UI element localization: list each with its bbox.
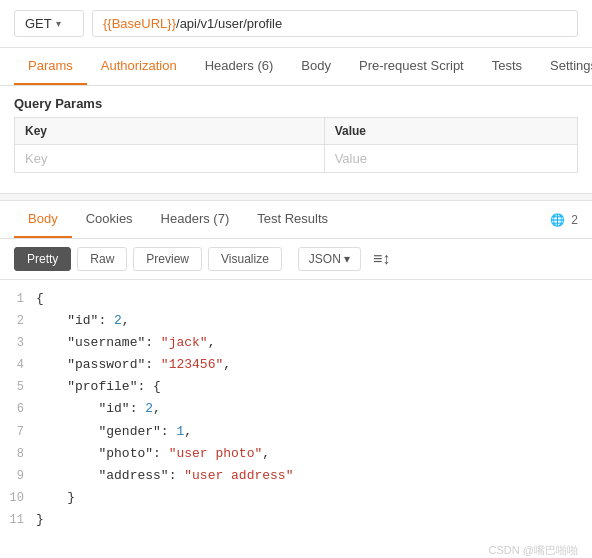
tab-tests[interactable]: Tests bbox=[478, 48, 536, 85]
code-line-5: 5 "profile": { bbox=[0, 376, 592, 398]
tab-pre-request[interactable]: Pre-request Script bbox=[345, 48, 478, 85]
col-key: Key bbox=[15, 118, 325, 145]
format-visualize-btn[interactable]: Visualize bbox=[208, 247, 282, 271]
format-pretty-btn[interactable]: Pretty bbox=[14, 247, 71, 271]
method-select[interactable]: GET ▾ bbox=[14, 10, 84, 37]
code-line-8: 8 "photo": "user photo", bbox=[0, 443, 592, 465]
response-tabs: Body Cookies Headers (7) Test Results 🌐 … bbox=[0, 201, 592, 239]
code-line-7: 7 "gender": 1, bbox=[0, 421, 592, 443]
url-path: /api/v1/user/profile bbox=[176, 16, 282, 31]
tab-body[interactable]: Body bbox=[287, 48, 345, 85]
url-input[interactable]: {{BaseURL}}/api/v1/user/profile bbox=[92, 10, 578, 37]
response-tab-headers[interactable]: Headers (7) bbox=[147, 201, 244, 238]
format-raw-btn[interactable]: Raw bbox=[77, 247, 127, 271]
response-tab-cookies[interactable]: Cookies bbox=[72, 201, 147, 238]
param-row-1: Key Value bbox=[15, 145, 578, 173]
code-line-6: 6 "id": 2, bbox=[0, 398, 592, 420]
format-chevron-icon: ▾ bbox=[344, 252, 350, 266]
format-bar: Pretty Raw Preview Visualize JSON ▾ ≡↕ bbox=[0, 239, 592, 280]
response-tab-body[interactable]: Body bbox=[14, 201, 72, 238]
tab-params[interactable]: Params bbox=[14, 48, 87, 85]
param-value-input[interactable]: Value bbox=[324, 145, 577, 173]
col-value: Value bbox=[324, 118, 577, 145]
url-bar: GET ▾ {{BaseURL}}/api/v1/user/profile bbox=[0, 0, 592, 48]
globe-icon: 🌐 bbox=[550, 213, 565, 227]
response-info: 2 bbox=[571, 213, 578, 227]
format-type-select[interactable]: JSON ▾ bbox=[298, 247, 361, 271]
code-line-2: 2 "id": 2, bbox=[0, 310, 592, 332]
code-line-9: 9 "address": "user address" bbox=[0, 465, 592, 487]
section-divider bbox=[0, 193, 592, 201]
code-line-10: 10 } bbox=[0, 487, 592, 509]
query-params-table: Key Value Key Value bbox=[14, 117, 578, 173]
tab-authorization[interactable]: Authorization bbox=[87, 48, 191, 85]
code-line-11: 11 } bbox=[0, 509, 592, 531]
method-label: GET bbox=[25, 16, 52, 31]
request-tabs: Params Authorization Headers (6) Body Pr… bbox=[0, 48, 592, 86]
format-type-label: JSON bbox=[309, 252, 341, 266]
response-tab-test-results[interactable]: Test Results bbox=[243, 201, 342, 238]
watermark: CSDN @嘴巴啪啪 bbox=[0, 539, 592, 558]
format-preview-btn[interactable]: Preview bbox=[133, 247, 202, 271]
param-key-input[interactable]: Key bbox=[15, 145, 325, 173]
response-body-code: 1 { 2 "id": 2, 3 "username": "jack", 4 "… bbox=[0, 280, 592, 539]
method-chevron: ▾ bbox=[56, 18, 61, 29]
url-base: {{BaseURL}} bbox=[103, 16, 176, 31]
wrap-icon[interactable]: ≡↕ bbox=[373, 250, 390, 268]
code-line-3: 3 "username": "jack", bbox=[0, 332, 592, 354]
tab-settings[interactable]: Settings bbox=[536, 48, 592, 85]
query-params-title: Query Params bbox=[0, 86, 592, 117]
response-tabs-right: 🌐 2 bbox=[550, 213, 578, 227]
code-line-4: 4 "password": "123456", bbox=[0, 354, 592, 376]
code-line-1: 1 { bbox=[0, 288, 592, 310]
tab-headers[interactable]: Headers (6) bbox=[191, 48, 288, 85]
